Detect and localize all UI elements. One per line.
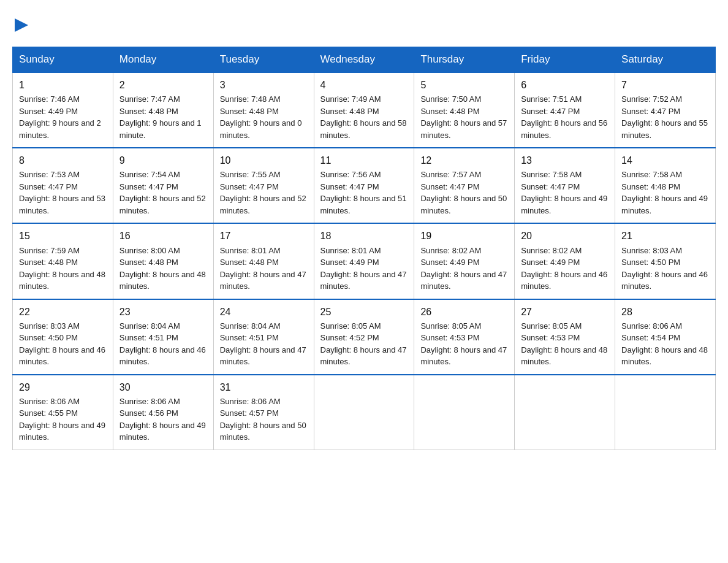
- calendar-cell: 20Sunrise: 8:02 AMSunset: 4:49 PMDayligh…: [515, 223, 615, 299]
- calendar-cell: 27Sunrise: 8:05 AMSunset: 4:53 PMDayligh…: [515, 299, 615, 375]
- calendar-week-row: 22Sunrise: 8:03 AMSunset: 4:50 PMDayligh…: [13, 299, 716, 375]
- day-info: Sunrise: 8:06 AMSunset: 4:54 PMDaylight:…: [621, 320, 709, 368]
- day-number: 6: [521, 78, 609, 92]
- day-info: Sunrise: 7:58 AMSunset: 4:48 PMDaylight:…: [621, 169, 709, 216]
- calendar-cell: 5Sunrise: 7:50 AMSunset: 4:48 PMDaylight…: [414, 72, 515, 148]
- calendar-week-row: 15Sunrise: 7:59 AMSunset: 4:48 PMDayligh…: [13, 223, 716, 299]
- calendar-cell: 17Sunrise: 8:01 AMSunset: 4:48 PMDayligh…: [213, 223, 314, 299]
- calendar-cell: 11Sunrise: 7:56 AMSunset: 4:47 PMDayligh…: [314, 148, 414, 223]
- day-number: 26: [420, 305, 508, 319]
- day-info: Sunrise: 8:06 AMSunset: 4:57 PMDaylight:…: [220, 396, 308, 443]
- calendar-cell: 10Sunrise: 7:55 AMSunset: 4:47 PMDayligh…: [213, 148, 314, 223]
- calendar-week-row: 29Sunrise: 8:06 AMSunset: 4:55 PMDayligh…: [13, 375, 716, 450]
- day-info: Sunrise: 8:03 AMSunset: 4:50 PMDaylight:…: [19, 320, 107, 368]
- day-number: 7: [621, 78, 709, 92]
- day-number: 31: [220, 380, 308, 394]
- day-info: Sunrise: 7:52 AMSunset: 4:47 PMDaylight:…: [621, 93, 709, 141]
- day-number: 15: [19, 229, 107, 243]
- day-number: 23: [119, 305, 207, 319]
- calendar-cell: 21Sunrise: 8:03 AMSunset: 4:50 PMDayligh…: [615, 223, 716, 299]
- day-info: Sunrise: 8:05 AMSunset: 4:53 PMDaylight:…: [420, 320, 508, 368]
- calendar-cell: 3Sunrise: 7:48 AMSunset: 4:48 PMDaylight…: [213, 72, 314, 148]
- day-info: Sunrise: 8:01 AMSunset: 4:49 PMDaylight:…: [320, 245, 408, 293]
- day-info: Sunrise: 7:55 AMSunset: 4:47 PMDaylight:…: [220, 169, 308, 216]
- day-info: Sunrise: 8:00 AMSunset: 4:48 PMDaylight:…: [119, 245, 207, 293]
- calendar-cell: 15Sunrise: 7:59 AMSunset: 4:48 PMDayligh…: [13, 223, 113, 299]
- day-number: 18: [320, 229, 408, 243]
- day-info: Sunrise: 7:53 AMSunset: 4:47 PMDaylight:…: [19, 169, 107, 216]
- calendar-cell: 31Sunrise: 8:06 AMSunset: 4:57 PMDayligh…: [213, 375, 314, 450]
- day-number: 24: [220, 305, 308, 319]
- day-number: 9: [119, 153, 207, 167]
- day-number: 29: [19, 380, 107, 394]
- day-number: 28: [621, 305, 709, 319]
- calendar-cell: 19Sunrise: 8:02 AMSunset: 4:49 PMDayligh…: [414, 223, 515, 299]
- day-info: Sunrise: 8:02 AMSunset: 4:49 PMDaylight:…: [521, 245, 609, 293]
- day-number: 16: [119, 229, 207, 243]
- calendar-cell: 29Sunrise: 8:06 AMSunset: 4:55 PMDayligh…: [13, 375, 113, 450]
- day-info: Sunrise: 7:48 AMSunset: 4:48 PMDaylight:…: [220, 93, 308, 141]
- calendar-header-row: SundayMondayTuesdayWednesdayThursdayFrid…: [13, 47, 716, 73]
- day-number: 21: [621, 229, 709, 243]
- day-number: 11: [320, 153, 408, 167]
- calendar-cell: [314, 375, 414, 450]
- calendar-table: SundayMondayTuesdayWednesdayThursdayFrid…: [12, 47, 716, 450]
- day-number: 5: [420, 78, 508, 92]
- calendar-cell: 7Sunrise: 7:52 AMSunset: 4:47 PMDaylight…: [615, 72, 716, 148]
- day-info: Sunrise: 8:02 AMSunset: 4:49 PMDaylight:…: [420, 245, 508, 293]
- day-info: Sunrise: 8:04 AMSunset: 4:51 PMDaylight:…: [119, 320, 207, 368]
- calendar-cell: 6Sunrise: 7:51 AMSunset: 4:47 PMDaylight…: [515, 72, 615, 148]
- calendar-cell: 4Sunrise: 7:49 AMSunset: 4:48 PMDaylight…: [314, 72, 414, 148]
- header-friday: Friday: [515, 47, 615, 73]
- day-number: 25: [320, 305, 408, 319]
- calendar-cell: 16Sunrise: 8:00 AMSunset: 4:48 PMDayligh…: [113, 223, 213, 299]
- calendar-cell: 18Sunrise: 8:01 AMSunset: 4:49 PMDayligh…: [314, 223, 414, 299]
- day-number: 8: [19, 153, 107, 167]
- calendar-week-row: 8Sunrise: 7:53 AMSunset: 4:47 PMDaylight…: [13, 148, 716, 223]
- calendar-cell: 25Sunrise: 8:05 AMSunset: 4:52 PMDayligh…: [314, 299, 414, 375]
- header-saturday: Saturday: [615, 47, 716, 73]
- day-info: Sunrise: 7:58 AMSunset: 4:47 PMDaylight:…: [521, 169, 609, 216]
- logo-triangle-icon: [15, 18, 28, 32]
- day-number: 4: [320, 78, 408, 92]
- day-info: Sunrise: 7:54 AMSunset: 4:47 PMDaylight:…: [119, 169, 207, 216]
- day-info: Sunrise: 8:05 AMSunset: 4:52 PMDaylight:…: [320, 320, 408, 368]
- day-number: 2: [119, 78, 207, 92]
- calendar-cell: 28Sunrise: 8:06 AMSunset: 4:54 PMDayligh…: [615, 299, 716, 375]
- day-number: 13: [521, 153, 609, 167]
- svg-marker-0: [15, 18, 28, 32]
- day-info: Sunrise: 7:47 AMSunset: 4:48 PMDaylight:…: [119, 93, 207, 141]
- day-number: 17: [220, 229, 308, 243]
- day-number: 30: [119, 380, 207, 394]
- day-info: Sunrise: 7:49 AMSunset: 4:48 PMDaylight:…: [320, 93, 408, 141]
- logo: [12, 12, 28, 34]
- day-info: Sunrise: 7:59 AMSunset: 4:48 PMDaylight:…: [19, 245, 107, 293]
- calendar-cell: 14Sunrise: 7:58 AMSunset: 4:48 PMDayligh…: [615, 148, 716, 223]
- day-number: 12: [420, 153, 508, 167]
- page-header: [12, 12, 716, 34]
- day-info: Sunrise: 8:03 AMSunset: 4:50 PMDaylight:…: [621, 245, 709, 293]
- header-sunday: Sunday: [13, 47, 113, 73]
- day-number: 19: [420, 229, 508, 243]
- calendar-cell: 26Sunrise: 8:05 AMSunset: 4:53 PMDayligh…: [414, 299, 515, 375]
- header-wednesday: Wednesday: [314, 47, 414, 73]
- day-info: Sunrise: 8:06 AMSunset: 4:56 PMDaylight:…: [119, 396, 207, 443]
- day-number: 10: [220, 153, 308, 167]
- calendar-cell: 23Sunrise: 8:04 AMSunset: 4:51 PMDayligh…: [113, 299, 213, 375]
- day-number: 3: [220, 78, 308, 92]
- calendar-cell: 13Sunrise: 7:58 AMSunset: 4:47 PMDayligh…: [515, 148, 615, 223]
- day-info: Sunrise: 8:05 AMSunset: 4:53 PMDaylight:…: [521, 320, 609, 368]
- day-info: Sunrise: 7:57 AMSunset: 4:47 PMDaylight:…: [420, 169, 508, 216]
- day-number: 1: [19, 78, 107, 92]
- calendar-cell: 8Sunrise: 7:53 AMSunset: 4:47 PMDaylight…: [13, 148, 113, 223]
- calendar-cell: 2Sunrise: 7:47 AMSunset: 4:48 PMDaylight…: [113, 72, 213, 148]
- calendar-cell: [515, 375, 615, 450]
- header-tuesday: Tuesday: [213, 47, 314, 73]
- day-number: 20: [521, 229, 609, 243]
- header-thursday: Thursday: [414, 47, 515, 73]
- calendar-cell: 22Sunrise: 8:03 AMSunset: 4:50 PMDayligh…: [13, 299, 113, 375]
- calendar-week-row: 1Sunrise: 7:46 AMSunset: 4:49 PMDaylight…: [13, 72, 716, 148]
- day-number: 22: [19, 305, 107, 319]
- calendar-cell: [615, 375, 716, 450]
- day-info: Sunrise: 7:50 AMSunset: 4:48 PMDaylight:…: [420, 93, 508, 141]
